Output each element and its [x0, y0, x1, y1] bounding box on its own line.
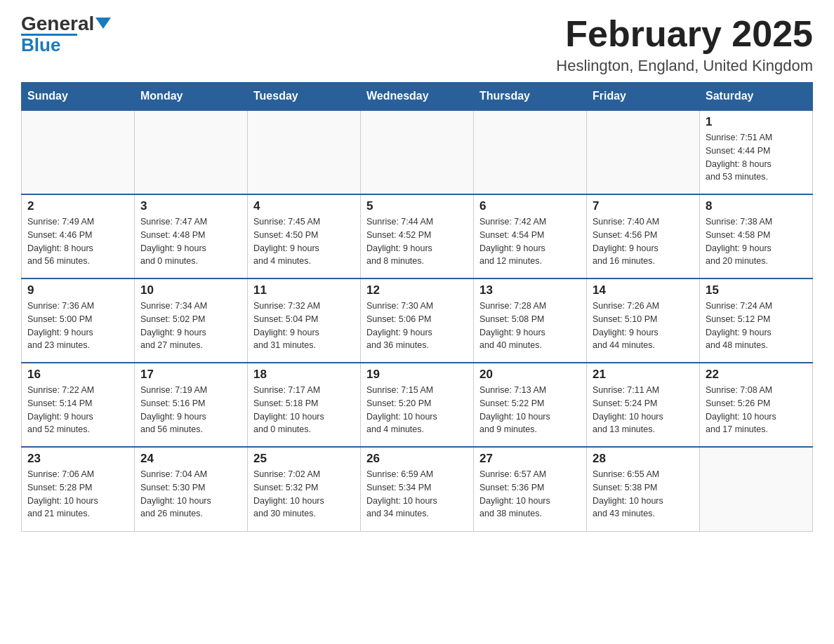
day-number: 25: [253, 452, 355, 466]
day-info: Sunrise: 6:59 AMSunset: 5:34 PMDaylight:…: [366, 468, 468, 521]
calendar-cell: 22Sunrise: 7:08 AMSunset: 5:26 PMDayligh…: [700, 363, 813, 447]
day-info: Sunrise: 7:51 AMSunset: 4:44 PMDaylight:…: [706, 131, 807, 184]
logo-triangle-icon: [95, 18, 111, 29]
header-thursday: Thursday: [474, 83, 587, 111]
header-wednesday: Wednesday: [361, 83, 474, 111]
day-info: Sunrise: 7:44 AMSunset: 4:52 PMDaylight:…: [366, 215, 468, 268]
day-info: Sunrise: 7:11 AMSunset: 5:24 PMDaylight:…: [593, 384, 694, 436]
calendar-cell: [22, 110, 135, 194]
calendar-table: Sunday Monday Tuesday Wednesday Thursday…: [21, 82, 813, 532]
day-info: Sunrise: 7:15 AMSunset: 5:20 PMDaylight:…: [366, 384, 468, 436]
calendar-cell: 9Sunrise: 7:36 AMSunset: 5:00 PMDaylight…: [22, 279, 135, 363]
calendar-cell: 23Sunrise: 7:06 AMSunset: 5:28 PMDayligh…: [22, 447, 135, 531]
weekday-header-row: Sunday Monday Tuesday Wednesday Thursday…: [22, 83, 813, 111]
day-number: 9: [27, 283, 128, 297]
calendar-cell: 17Sunrise: 7:19 AMSunset: 5:16 PMDayligh…: [135, 363, 248, 447]
day-number: 22: [706, 368, 807, 382]
day-info: Sunrise: 7:32 AMSunset: 5:04 PMDaylight:…: [253, 300, 355, 352]
day-info: Sunrise: 7:36 AMSunset: 5:00 PMDaylight:…: [27, 300, 128, 352]
calendar-cell: [700, 447, 813, 531]
calendar-cell: 11Sunrise: 7:32 AMSunset: 5:04 PMDayligh…: [248, 279, 361, 363]
calendar-cell: [135, 110, 248, 194]
calendar-cell: 27Sunrise: 6:57 AMSunset: 5:36 PMDayligh…: [474, 447, 587, 531]
day-number: 5: [366, 199, 468, 213]
calendar-cell: 18Sunrise: 7:17 AMSunset: 5:18 PMDayligh…: [248, 363, 361, 447]
page-header: General Blue February 2025 Heslington, E…: [21, 14, 813, 75]
day-number: 10: [140, 283, 241, 297]
calendar-cell: 10Sunrise: 7:34 AMSunset: 5:02 PMDayligh…: [135, 279, 248, 363]
day-info: Sunrise: 7:06 AMSunset: 5:28 PMDaylight:…: [27, 468, 128, 521]
day-info: Sunrise: 7:19 AMSunset: 5:16 PMDaylight:…: [140, 384, 241, 436]
calendar-cell: 5Sunrise: 7:44 AMSunset: 4:52 PMDaylight…: [361, 194, 474, 279]
day-number: 11: [253, 283, 355, 297]
day-number: 2: [27, 199, 128, 213]
day-info: Sunrise: 7:45 AMSunset: 4:50 PMDaylight:…: [253, 215, 355, 268]
calendar-cell: 2Sunrise: 7:49 AMSunset: 4:46 PMDaylight…: [22, 194, 135, 279]
logo-blue-text: Blue: [21, 36, 60, 54]
header-friday: Friday: [587, 83, 700, 111]
calendar-cell: [248, 110, 361, 194]
calendar-cell: 14Sunrise: 7:26 AMSunset: 5:10 PMDayligh…: [587, 279, 700, 363]
day-number: 27: [479, 452, 581, 466]
day-info: Sunrise: 7:47 AMSunset: 4:48 PMDaylight:…: [140, 215, 241, 268]
logo-general-text: General: [21, 14, 94, 34]
week-row-5: 23Sunrise: 7:06 AMSunset: 5:28 PMDayligh…: [22, 447, 813, 531]
header-monday: Monday: [135, 83, 248, 111]
day-number: 8: [706, 199, 807, 213]
month-year-title: February 2025: [556, 14, 813, 54]
week-row-2: 2Sunrise: 7:49 AMSunset: 4:46 PMDaylight…: [22, 194, 813, 279]
calendar-cell: 3Sunrise: 7:47 AMSunset: 4:48 PMDaylight…: [135, 194, 248, 279]
calendar-cell: 13Sunrise: 7:28 AMSunset: 5:08 PMDayligh…: [474, 279, 587, 363]
calendar-cell: 4Sunrise: 7:45 AMSunset: 4:50 PMDaylight…: [248, 194, 361, 279]
day-info: Sunrise: 7:38 AMSunset: 4:58 PMDaylight:…: [706, 215, 807, 268]
day-number: 3: [140, 199, 241, 213]
day-info: Sunrise: 6:55 AMSunset: 5:38 PMDaylight:…: [593, 468, 694, 521]
calendar-cell: 20Sunrise: 7:13 AMSunset: 5:22 PMDayligh…: [474, 363, 587, 447]
day-info: Sunrise: 7:34 AMSunset: 5:02 PMDaylight:…: [140, 300, 241, 352]
calendar-cell: 8Sunrise: 7:38 AMSunset: 4:58 PMDaylight…: [700, 194, 813, 279]
logo: General Blue: [21, 14, 111, 54]
header-saturday: Saturday: [700, 83, 813, 111]
header-sunday: Sunday: [22, 83, 135, 111]
week-row-4: 16Sunrise: 7:22 AMSunset: 5:14 PMDayligh…: [22, 363, 813, 447]
week-row-1: 1Sunrise: 7:51 AMSunset: 4:44 PMDaylight…: [22, 110, 813, 194]
day-info: Sunrise: 7:13 AMSunset: 5:22 PMDaylight:…: [479, 384, 581, 436]
day-info: Sunrise: 7:22 AMSunset: 5:14 PMDaylight:…: [27, 384, 128, 436]
calendar-cell: [361, 110, 474, 194]
day-number: 16: [27, 368, 128, 382]
header-tuesday: Tuesday: [248, 83, 361, 111]
calendar-cell: 21Sunrise: 7:11 AMSunset: 5:24 PMDayligh…: [587, 363, 700, 447]
calendar-cell: 15Sunrise: 7:24 AMSunset: 5:12 PMDayligh…: [700, 279, 813, 363]
day-number: 12: [366, 283, 468, 297]
day-number: 13: [479, 283, 581, 297]
day-info: Sunrise: 7:42 AMSunset: 4:54 PMDaylight:…: [479, 215, 581, 268]
calendar-cell: 24Sunrise: 7:04 AMSunset: 5:30 PMDayligh…: [135, 447, 248, 531]
calendar-cell: 12Sunrise: 7:30 AMSunset: 5:06 PMDayligh…: [361, 279, 474, 363]
calendar-cell: [587, 110, 700, 194]
calendar-cell: 7Sunrise: 7:40 AMSunset: 4:56 PMDaylight…: [587, 194, 700, 279]
day-info: Sunrise: 7:49 AMSunset: 4:46 PMDaylight:…: [27, 215, 128, 268]
day-number: 17: [140, 368, 241, 382]
calendar-cell: 28Sunrise: 6:55 AMSunset: 5:38 PMDayligh…: [587, 447, 700, 531]
day-info: Sunrise: 7:04 AMSunset: 5:30 PMDaylight:…: [140, 468, 241, 521]
calendar-cell: 19Sunrise: 7:15 AMSunset: 5:20 PMDayligh…: [361, 363, 474, 447]
svg-marker-0: [95, 18, 111, 29]
day-number: 18: [253, 368, 355, 382]
day-number: 7: [593, 199, 694, 213]
week-row-3: 9Sunrise: 7:36 AMSunset: 5:00 PMDaylight…: [22, 279, 813, 363]
day-number: 21: [593, 368, 694, 382]
day-info: Sunrise: 7:40 AMSunset: 4:56 PMDaylight:…: [593, 215, 694, 268]
day-number: 15: [706, 283, 807, 297]
day-info: Sunrise: 7:02 AMSunset: 5:32 PMDaylight:…: [253, 468, 355, 521]
day-info: Sunrise: 7:28 AMSunset: 5:08 PMDaylight:…: [479, 300, 581, 352]
calendar-cell: 26Sunrise: 6:59 AMSunset: 5:34 PMDayligh…: [361, 447, 474, 531]
day-info: Sunrise: 7:17 AMSunset: 5:18 PMDaylight:…: [253, 384, 355, 436]
day-number: 4: [253, 199, 355, 213]
day-number: 20: [479, 368, 581, 382]
day-info: Sunrise: 7:24 AMSunset: 5:12 PMDaylight:…: [706, 300, 807, 352]
day-info: Sunrise: 7:26 AMSunset: 5:10 PMDaylight:…: [593, 300, 694, 352]
title-block: February 2025 Heslington, England, Unite…: [556, 14, 813, 75]
calendar-cell: 25Sunrise: 7:02 AMSunset: 5:32 PMDayligh…: [248, 447, 361, 531]
day-info: Sunrise: 6:57 AMSunset: 5:36 PMDaylight:…: [479, 468, 581, 521]
calendar-cell: 6Sunrise: 7:42 AMSunset: 4:54 PMDaylight…: [474, 194, 587, 279]
